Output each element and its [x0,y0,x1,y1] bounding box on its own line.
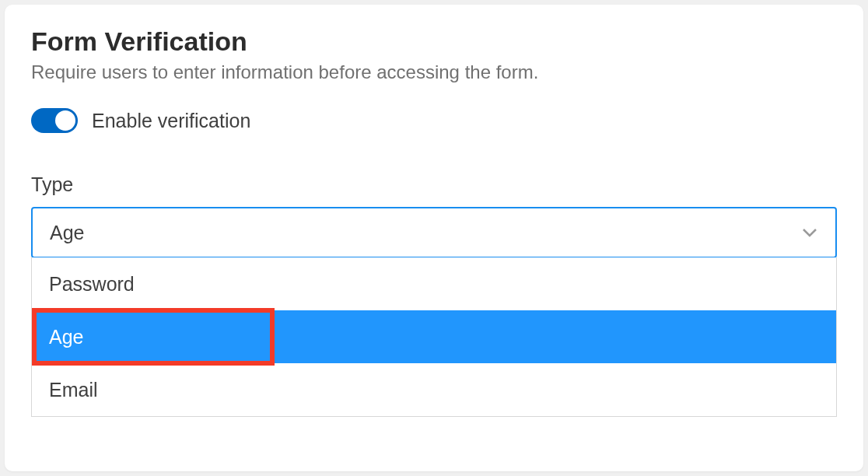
enable-verification-row: Enable verification [31,108,837,133]
type-dropdown: Password Age Email [31,257,837,417]
type-select-value: Age [50,222,84,244]
option-label: Age [49,326,83,348]
option-label: Email [49,379,98,401]
form-verification-panel: Form Verification Require users to enter… [5,5,863,471]
type-option-email[interactable]: Email [32,363,836,416]
type-option-password[interactable]: Password [32,257,836,310]
enable-verification-toggle[interactable] [31,108,78,133]
option-label: Password [49,273,135,296]
enable-verification-label: Enable verification [92,110,250,132]
type-option-age[interactable]: Age [32,310,836,363]
toggle-knob [55,110,75,131]
type-field-label: Type [31,173,837,196]
chevron-down-icon [801,224,818,241]
type-select[interactable]: Age [31,207,837,258]
page-title: Form Verification [31,26,837,57]
page-subtitle: Require users to enter information befor… [31,61,837,83]
